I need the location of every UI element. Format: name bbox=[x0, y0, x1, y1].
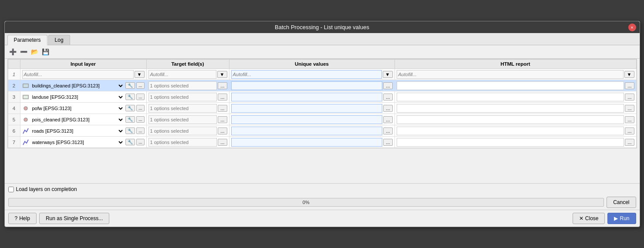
autofill-input-layer-dropdown[interactable]: ▼ bbox=[135, 71, 145, 78]
layer-settings-btn-4[interactable]: 🔧 bbox=[125, 105, 135, 111]
input-layer-select-2[interactable]: buildings_cleaned [EPSG:3123] bbox=[30, 83, 125, 89]
add-row-button[interactable]: ➕ bbox=[8, 47, 18, 57]
save-button[interactable]: 💾 bbox=[41, 47, 51, 57]
load-layers-checkbox[interactable] bbox=[8, 187, 14, 192]
layer-settings-btn-5[interactable]: 🔧 bbox=[125, 116, 135, 123]
html-report-btn-2[interactable]: ... bbox=[625, 82, 634, 89]
html-report-input-7[interactable] bbox=[397, 138, 624, 147]
empty-area bbox=[5, 148, 640, 183]
html-report-btn-5[interactable]: ... bbox=[625, 116, 634, 123]
html-report-btn-7[interactable]: ... bbox=[625, 139, 634, 146]
unique-values-btn-4[interactable]: ... bbox=[383, 105, 392, 112]
html-report-btn-4[interactable]: ... bbox=[625, 105, 634, 112]
row-num-4: 4 bbox=[8, 103, 20, 114]
target-fields-btn-6[interactable]: ... bbox=[218, 127, 227, 134]
layer-browse-btn-2[interactable]: ... bbox=[136, 82, 144, 89]
load-layers-label[interactable]: Load layers on completion bbox=[8, 186, 77, 192]
unique-values-input-5[interactable] bbox=[231, 115, 383, 124]
target-fields-btn-4[interactable]: ... bbox=[218, 105, 227, 112]
layer-settings-btn-2[interactable]: 🔧 bbox=[125, 82, 135, 89]
html-report-input-6[interactable] bbox=[397, 127, 624, 135]
row-num-2: 2 bbox=[8, 80, 20, 91]
html-report-cell-3: ... bbox=[394, 91, 636, 103]
close-window-button[interactable]: × bbox=[628, 23, 636, 31]
input-layer-select-6[interactable]: roads [EPSG:3123] bbox=[30, 128, 125, 134]
autofill-html-report-dropdown[interactable]: ▼ bbox=[624, 71, 634, 78]
input-layer-select-5[interactable]: pois_cleaned [EPSG:3123] bbox=[30, 117, 125, 123]
remove-row-button[interactable]: ➖ bbox=[19, 47, 29, 57]
target-fields-btn-7[interactable]: ... bbox=[218, 139, 227, 146]
html-report-input-5[interactable] bbox=[397, 115, 624, 124]
input-layer-select-7[interactable]: waterways [EPSG:3123] bbox=[30, 139, 125, 145]
unique-values-cell-6: ... bbox=[229, 125, 394, 137]
unique-values-btn-2[interactable]: ... bbox=[383, 82, 392, 89]
target-fields-btn-2[interactable]: ... bbox=[218, 82, 227, 89]
row-num-7: 7 bbox=[8, 137, 20, 148]
layer-settings-btn-3[interactable]: 🔧 bbox=[125, 94, 135, 100]
input-layer-cell-5: pois_cleaned [EPSG:3123] 🔧 ... bbox=[20, 114, 146, 125]
help-button[interactable]: ? Help bbox=[8, 213, 37, 224]
autofill-html-report: Autofill... ▼ bbox=[394, 69, 636, 80]
line-icon-7 bbox=[22, 139, 29, 146]
autofill-unique-values-btn[interactable]: ▼ bbox=[383, 71, 393, 78]
tab-log[interactable]: Log bbox=[48, 35, 70, 45]
toolbar: ➕ ➖ 📂 💾 bbox=[5, 45, 640, 59]
input-layer-cell-4: pofw [EPSG:3123] 🔧 ... bbox=[20, 103, 146, 114]
unique-values-btn-7[interactable]: ... bbox=[383, 139, 392, 146]
unique-values-btn-5[interactable]: ... bbox=[383, 116, 392, 123]
layer-browse-btn-3[interactable]: ... bbox=[136, 94, 144, 100]
html-report-input-2[interactable] bbox=[397, 81, 624, 90]
svg-rect-3 bbox=[23, 95, 28, 99]
run-as-single-process-button[interactable]: Run as Single Process... bbox=[39, 213, 109, 224]
input-layer-cell-6: roads [EPSG:3123] 🔧 ... bbox=[20, 125, 146, 137]
input-layer-select-4[interactable]: pofw [EPSG:3123] bbox=[30, 105, 125, 111]
input-layer-cell-2: buildings_cleaned [EPSG:3123] 🔧 ... bbox=[20, 80, 146, 91]
unique-values-cell-2: ... bbox=[229, 80, 394, 91]
table-row: 2 buildings_cleaned [EPSG:3123] 🔧 ... bbox=[8, 80, 636, 91]
progress-label: 0% bbox=[303, 200, 310, 205]
unique-values-cell-4: ... bbox=[229, 103, 394, 114]
html-report-input-3[interactable] bbox=[397, 93, 624, 101]
run-button[interactable]: ▶ Run bbox=[607, 213, 636, 224]
tab-parameters[interactable]: Parameters bbox=[7, 35, 47, 45]
row-num-1: 1 bbox=[8, 69, 20, 80]
autofill-target-fields: Autofill... ▼ bbox=[146, 69, 229, 80]
action-left: ? Help Run as Single Process... bbox=[8, 213, 110, 224]
batch-table: Input layer Target field(s) Unique value… bbox=[8, 59, 637, 148]
layer-settings-btn-6[interactable]: 🔧 bbox=[125, 127, 135, 134]
unique-values-input-2[interactable] bbox=[231, 81, 383, 90]
layer-browse-btn-4[interactable]: ... bbox=[136, 105, 144, 111]
layer-browse-btn-5[interactable]: ... bbox=[136, 116, 144, 123]
html-report-cell-6: ... bbox=[394, 125, 636, 137]
table-row: 4 pofw [EPSG:3123] 🔧 ... bbox=[8, 103, 636, 114]
run-icon: ▶ bbox=[614, 215, 618, 221]
unique-values-btn-6[interactable]: ... bbox=[383, 127, 392, 134]
svg-point-5 bbox=[24, 118, 27, 121]
unique-values-input-6[interactable] bbox=[231, 127, 383, 135]
main-dialog: Batch Processing - List unique values × … bbox=[4, 21, 640, 227]
load-layers-bar: Load layers on completion bbox=[5, 183, 640, 195]
unique-values-btn-3[interactable]: ... bbox=[383, 94, 392, 101]
open-button[interactable]: 📂 bbox=[30, 47, 40, 57]
layer-browse-btn-7[interactable]: ... bbox=[136, 139, 144, 145]
cancel-button[interactable]: Cancel bbox=[607, 197, 636, 208]
unique-values-input-3[interactable] bbox=[231, 93, 383, 101]
unique-values-input-7[interactable] bbox=[231, 138, 383, 147]
polygon-icon-3 bbox=[22, 94, 29, 101]
target-fields-btn-5[interactable]: ... bbox=[218, 116, 227, 123]
target-fields-btn-3[interactable]: ... bbox=[218, 94, 227, 101]
html-report-btn-3[interactable]: ... bbox=[625, 94, 634, 101]
html-report-input-4[interactable] bbox=[397, 104, 624, 113]
autofill-target-fields-dropdown[interactable]: ▼ bbox=[217, 71, 227, 78]
close-button[interactable]: ✕ Close bbox=[573, 213, 605, 224]
action-bar: ? Help Run as Single Process... ✕ Close … bbox=[5, 210, 640, 227]
input-layer-select-3[interactable]: landuse [EPSG:3123] bbox=[30, 94, 125, 100]
table-row: 6 roads [EPSG:3123] 🔧 ... bbox=[8, 125, 636, 137]
table-row: 7 waterways [EPSG:3123] 🔧 ... bbox=[8, 137, 636, 148]
html-report-cell-5: ... bbox=[394, 114, 636, 125]
layer-browse-btn-6[interactable]: ... bbox=[136, 127, 144, 134]
unique-values-input-4[interactable] bbox=[231, 104, 383, 113]
layer-settings-btn-7[interactable]: 🔧 bbox=[125, 139, 135, 145]
html-report-cell-4: ... bbox=[394, 103, 636, 114]
html-report-btn-6[interactable]: ... bbox=[625, 127, 634, 134]
